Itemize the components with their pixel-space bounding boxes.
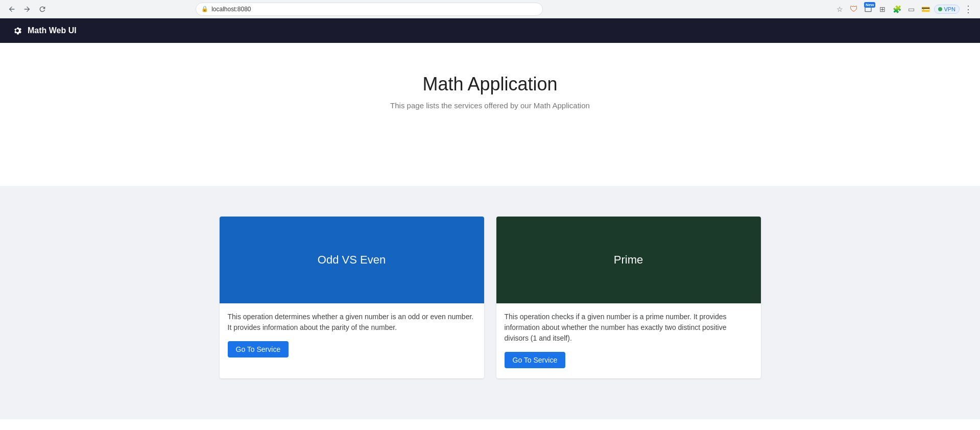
card-title-prime: Prime (614, 253, 643, 267)
browser-toolbar-right: ☆ 🛡 New ⊞ 🧩 ▭ 💳 VPN ⋮ (834, 4, 974, 15)
card-description-odd-vs-even: This operation determines whether a give… (228, 312, 476, 333)
navbar-brand-label: Math Web UI (28, 26, 77, 35)
card-body-odd-vs-even: This operation determines whether a give… (220, 303, 484, 368)
forward-button[interactable] (21, 4, 33, 15)
page-title: Math Application (10, 74, 970, 95)
card-body-prime: This operation checks if a given number … (496, 303, 761, 378)
security-icon: 🔒 (201, 6, 208, 12)
service-card-prime: Prime This operation checks if a given n… (496, 217, 761, 378)
page-subtitle: This page lists the services offered by … (10, 101, 970, 110)
new-badge: New (864, 2, 875, 8)
vpn-dot (938, 7, 942, 11)
card-header-odd-vs-even: Odd VS Even (220, 217, 484, 303)
extension-new-icon[interactable]: New (863, 4, 874, 15)
go-to-service-button-odd-vs-even[interactable]: Go To Service (228, 341, 289, 357)
navbar-brand: Math Web UI (12, 26, 77, 36)
card-title-odd-vs-even: Odd VS Even (318, 253, 386, 267)
go-to-service-button-prime[interactable]: Go To Service (505, 352, 566, 368)
cards-section: Odd VS Even This operation determines wh… (0, 186, 980, 419)
sidebar-icon[interactable]: ▭ (905, 4, 917, 15)
url-text: localhost:8080 (211, 6, 251, 13)
browser-chrome: 🔒 localhost:8080 ☆ 🛡 New ⊞ 🧩 ▭ 💳 VPN ⋮ (0, 0, 980, 18)
service-card-odd-vs-even: Odd VS Even This operation determines wh… (220, 217, 484, 378)
menu-icon[interactable]: ⋮ (963, 4, 974, 15)
reload-button[interactable] (37, 4, 48, 15)
main-content: Math Application This page lists the ser… (0, 43, 980, 186)
cards-container: Odd VS Even This operation determines wh… (220, 217, 761, 378)
puzzle-icon[interactable]: 🧩 (891, 4, 902, 15)
address-bar[interactable]: 🔒 localhost:8080 (196, 3, 543, 16)
camera-icon (12, 26, 22, 36)
app-navbar: Math Web UI (0, 18, 980, 43)
card-description-prime: This operation checks if a given number … (505, 312, 753, 344)
wallet-icon[interactable]: 💳 (920, 4, 931, 15)
vpn-label: VPN (944, 6, 955, 12)
brave-shield-icon[interactable]: 🛡 (848, 4, 859, 15)
back-button[interactable] (6, 4, 17, 15)
bookmark-icon[interactable]: ☆ (834, 4, 845, 15)
vpn-badge[interactable]: VPN (934, 5, 960, 14)
card-header-prime: Prime (496, 217, 761, 303)
grid-icon[interactable]: ⊞ (877, 4, 888, 15)
